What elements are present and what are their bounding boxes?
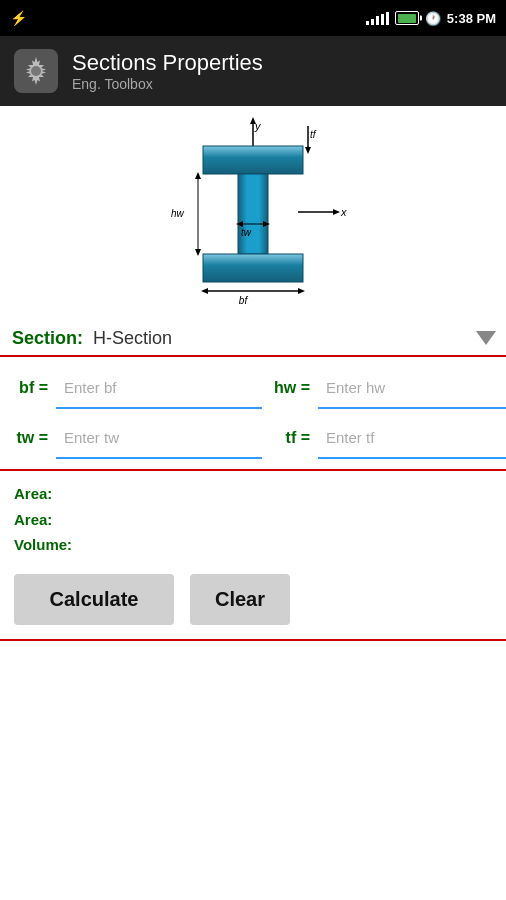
svg-text:tf: tf: [310, 129, 317, 140]
svg-text:hw: hw: [171, 208, 185, 219]
status-time: 5:38 PM: [447, 11, 496, 26]
svg-marker-23: [201, 288, 208, 294]
section-row[interactable]: Section: H-Section: [0, 320, 506, 357]
clock-icon: 🕐: [425, 11, 441, 26]
svg-marker-6: [305, 147, 311, 154]
svg-rect-10: [203, 254, 303, 282]
h-section-diagram: y tf x: [143, 116, 363, 316]
status-bar: ⚡ 🕐 5:38 PM: [0, 0, 506, 36]
hw-label: hw =: [270, 379, 310, 397]
svg-text:tw: tw: [241, 227, 252, 238]
svg-text:x: x: [340, 206, 347, 218]
app-bar: Sections Properties Eng. Toolbox: [0, 36, 506, 106]
tf-input[interactable]: [318, 417, 506, 459]
calculate-button[interactable]: Calculate: [14, 574, 174, 625]
results-area: Area: Area: Volume:: [0, 471, 506, 564]
svg-text:bf: bf: [239, 295, 249, 306]
signal-bars-icon: [366, 11, 389, 25]
area-result-2: Area:: [14, 507, 492, 533]
tw-input[interactable]: [56, 417, 262, 459]
section-value: H-Section: [93, 328, 172, 349]
area-result-1: Area:: [14, 481, 492, 507]
input-grid: bf = hw = tw = tf =: [0, 357, 506, 471]
bottom-divider: [0, 639, 506, 641]
svg-rect-8: [203, 146, 303, 174]
svg-rect-9: [238, 174, 268, 254]
status-left: ⚡: [10, 10, 27, 26]
volume-result: Volume:: [14, 532, 492, 558]
svg-marker-12: [333, 209, 340, 215]
app-title: Sections Properties: [72, 50, 263, 76]
battery-icon: [395, 11, 419, 25]
svg-marker-16: [195, 249, 201, 256]
bf-input[interactable]: [56, 367, 262, 409]
tw-label: tw =: [8, 429, 48, 447]
svg-marker-15: [195, 172, 201, 179]
buttons-row: Calculate Clear: [0, 564, 506, 639]
clear-button[interactable]: Clear: [190, 574, 290, 625]
status-right: 🕐 5:38 PM: [366, 11, 496, 26]
diagram-area: y tf x: [0, 106, 506, 320]
svg-marker-24: [298, 288, 305, 294]
input-row-tw-tf: tw = tf =: [8, 417, 498, 459]
tf-label: tf =: [270, 429, 310, 447]
app-icon: [14, 49, 58, 93]
app-title-group: Sections Properties Eng. Toolbox: [72, 50, 263, 92]
dropdown-icon[interactable]: [476, 331, 496, 345]
input-row-bf-hw: bf = hw =: [8, 367, 498, 409]
section-label: Section:: [12, 328, 83, 349]
svg-point-1: [31, 66, 41, 76]
svg-text:y: y: [254, 120, 262, 132]
gear-icon: [20, 55, 52, 87]
usb-icon: ⚡: [10, 10, 27, 26]
bf-label: bf =: [8, 379, 48, 397]
app-subtitle: Eng. Toolbox: [72, 76, 263, 92]
hw-input[interactable]: [318, 367, 506, 409]
